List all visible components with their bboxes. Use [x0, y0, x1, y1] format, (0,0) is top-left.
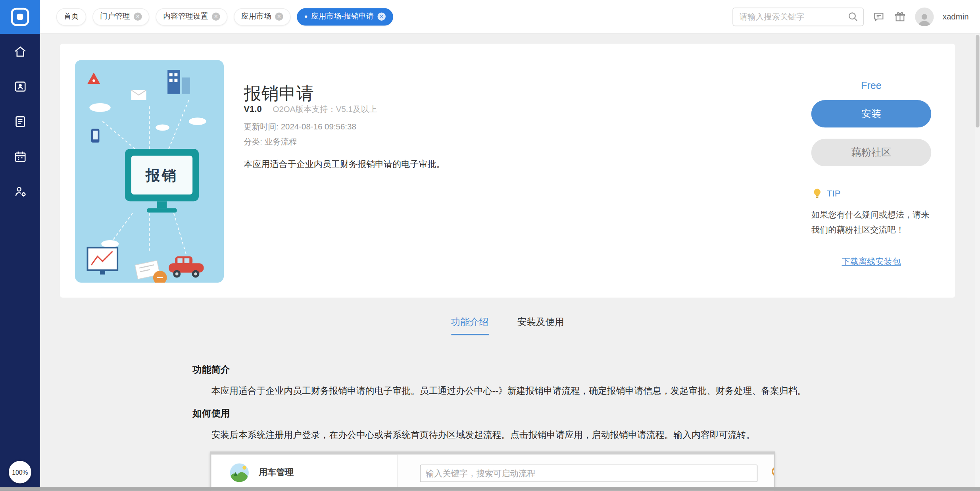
- sidebar-nav: [0, 34, 40, 199]
- vehicle-app-icon: [230, 463, 249, 482]
- tab-home[interactable]: 首页: [56, 8, 86, 25]
- section-title-usage: 如何使用: [192, 408, 980, 420]
- tab-portal-management[interactable]: 门户管理: [92, 8, 149, 25]
- process-name: 用车管理: [259, 467, 294, 478]
- process-search-area: [398, 454, 774, 491]
- page: 100% 首页 门户管理 内容管理设置 应用市场 应用市场-报销申请: [0, 0, 980, 491]
- active-dot: [304, 12, 307, 21]
- tab-label: 内容管理设置: [163, 11, 208, 22]
- monitor-stand-graphic: [157, 201, 167, 208]
- topbar-search: [732, 7, 864, 26]
- lightbulb-icon: [813, 188, 822, 199]
- topbar-right: xadmin: [732, 7, 980, 26]
- version-row: V1.0 O2OA版本支持：V5.1及以上: [244, 104, 377, 115]
- app-title: 报销申请: [244, 82, 313, 106]
- section-text-features: 本应用适合于企业内员工财务报销申请的电子审批。员工通过办公中心--》新建报销申请…: [192, 385, 980, 397]
- user-gear-icon: [13, 184, 27, 198]
- tab-label: 门户管理: [100, 11, 130, 22]
- contacts-icon: [13, 79, 27, 93]
- vertical-scrollbar[interactable]: [975, 34, 980, 487]
- community-button[interactable]: 藕粉社区: [811, 139, 931, 166]
- close-icon[interactable]: [134, 13, 142, 21]
- home-icon: [13, 44, 27, 58]
- gift-icon[interactable]: [894, 10, 907, 23]
- search-input[interactable]: [732, 7, 864, 26]
- close-icon[interactable]: [212, 13, 220, 21]
- doc-section: 功能简介 本应用适合于企业内员工财务报销申请的电子审批。员工通过办公中心--》新…: [40, 364, 980, 491]
- topbar: 首页 门户管理 内容管理设置 应用市场 应用市场-报销申请: [40, 0, 980, 34]
- username-label[interactable]: xadmin: [943, 12, 969, 21]
- price-label: Free: [811, 80, 931, 91]
- usage-screenshot: 用车管理: [210, 451, 775, 491]
- updated-label: 更新时间: 2024-08-16 09:56:38: [244, 121, 356, 133]
- download-offline-link[interactable]: 下载离线安装包: [811, 256, 931, 268]
- zoom-level-label: 100%: [12, 469, 28, 476]
- o2oa-logo-icon: [10, 6, 31, 28]
- tab-feature-intro[interactable]: 功能介绍: [451, 316, 489, 335]
- user-avatar[interactable]: [915, 7, 934, 26]
- install-button[interactable]: 安装: [811, 100, 931, 127]
- close-icon[interactable]: [275, 13, 283, 21]
- process-search-input[interactable]: [420, 464, 758, 482]
- section-text-usage: 安装后本系统注册用户登录，在办公中心或者系统首页待办区域发起流程。点击报销申请应…: [192, 429, 980, 441]
- process-search-icon[interactable]: [770, 464, 775, 483]
- process-list-item[interactable]: 用车管理: [211, 458, 397, 487]
- close-icon[interactable]: [377, 13, 385, 21]
- process-list: 用车管理: [211, 454, 397, 491]
- tip-title: TIP: [827, 188, 840, 198]
- sidebar-item-documents[interactable]: [8, 114, 33, 129]
- chat-icon[interactable]: [872, 10, 885, 23]
- tip-header: TIP: [813, 188, 841, 199]
- tab-app-market[interactable]: 应用市场: [234, 8, 290, 25]
- tab-content-settings[interactable]: 内容管理设置: [156, 8, 227, 25]
- category-label: 分类: 业务流程: [244, 136, 297, 147]
- app-logo[interactable]: [0, 0, 40, 34]
- detail-tabs: 功能介绍 安装及使用: [60, 316, 955, 335]
- tab-label: 应用市场: [241, 11, 271, 22]
- book-icon: [13, 114, 27, 128]
- tab-app-market-detail-active[interactable]: 应用市场-报销申请: [297, 8, 393, 25]
- person-icon: [917, 11, 933, 26]
- scrollbar-thumb[interactable]: [976, 35, 979, 127]
- sidebar-item-calendar[interactable]: [8, 149, 33, 164]
- sidebar-item-home[interactable]: [8, 44, 33, 59]
- version-support-label: O2OA版本支持：V5.1及以上: [273, 104, 377, 114]
- app-image-label: 报销: [131, 156, 192, 194]
- tab-install-usage[interactable]: 安装及使用: [517, 316, 564, 335]
- sidebar: 100%: [0, 0, 40, 491]
- app-detail-card: 报销 报销申请 V1.0 O2OA版本支持：V5.1及以上 更新时间: 2024…: [60, 44, 955, 298]
- app-illustration: 报销: [75, 60, 224, 283]
- tip-text: 如果您有什么疑问或想法，请来我们的藕粉社区交流吧！: [811, 208, 931, 238]
- version-label: V1.0: [244, 104, 261, 114]
- calendar-icon: [13, 149, 27, 164]
- main-content: 报销 报销申请 V1.0 O2OA版本支持：V5.1及以上 更新时间: 2024…: [40, 34, 980, 491]
- sidebar-item-contacts[interactable]: [8, 79, 33, 94]
- monitor-graphic: 报销: [125, 149, 199, 201]
- zoom-level-badge[interactable]: 100%: [9, 461, 31, 483]
- monitor-base-graphic: [147, 208, 177, 213]
- section-title-features: 功能简介: [192, 364, 980, 376]
- tab-label: 首页: [64, 11, 79, 22]
- app-description: 本应用适合于企业内员工财务报销申请的电子审批。: [244, 159, 445, 170]
- sidebar-item-user-settings[interactable]: [8, 184, 33, 199]
- bottom-edge-bar: [0, 487, 980, 491]
- tab-label: 应用市场-报销申请: [311, 11, 374, 22]
- search-icon[interactable]: [847, 10, 859, 25]
